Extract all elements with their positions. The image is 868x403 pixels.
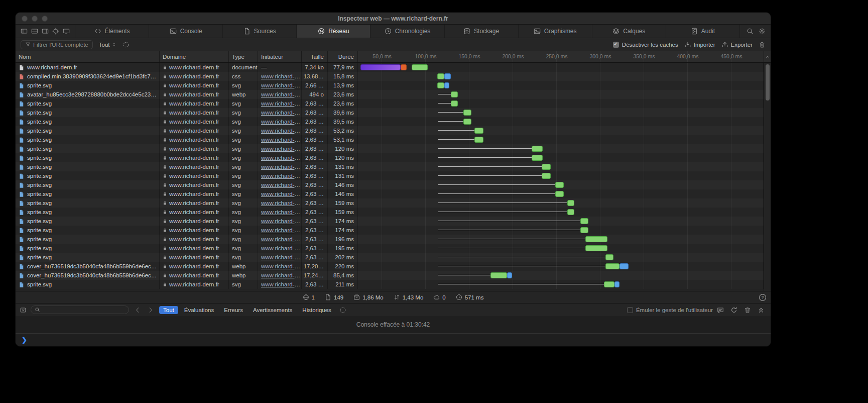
network-request-row[interactable]: compiled.min.38390909f303624ed9e1cf1bd3f…: [16, 72, 764, 81]
console-collapse-icon[interactable]: [758, 307, 765, 314]
network-request-row[interactable]: sprite.svg www.richard-dern.fr svg www.r…: [16, 217, 764, 226]
initiator-link[interactable]: www.richard-d…: [261, 155, 301, 161]
network-request-row[interactable]: sprite.svg www.richard-dern.fr svg www.r…: [16, 189, 764, 198]
network-request-row[interactable]: sprite.svg www.richard-dern.fr svg www.r…: [16, 162, 764, 171]
console-search-input[interactable]: [31, 306, 129, 314]
initiator-link[interactable]: www.richard-d…: [261, 146, 301, 152]
initiator-link[interactable]: www.richard-d…: [261, 236, 301, 242]
network-request-row[interactable]: sprite.svg www.richard-dern.fr svg www.r…: [16, 144, 764, 153]
resource-type-dropdown[interactable]: Tout: [99, 42, 116, 48]
minimize-window-button[interactable]: [32, 16, 38, 22]
network-request-row[interactable]: sprite.svg www.richard-dern.fr svg www.r…: [16, 208, 764, 217]
column-header-domaine[interactable]: Domaine: [160, 51, 229, 62]
console-scope-evaluations[interactable]: Évaluations: [180, 306, 218, 314]
network-request-row[interactable]: sprite.svg www.richard-dern.fr svg www.r…: [16, 235, 764, 244]
tab-stockage[interactable]: Stockage: [444, 25, 518, 38]
tab-audit[interactable]: Audit: [666, 25, 739, 38]
network-request-row[interactable]: sprite.svg www.richard-dern.fr svg www.r…: [16, 108, 764, 117]
network-request-row[interactable]: sprite.svg www.richard-dern.fr svg www.r…: [16, 198, 764, 208]
initiator-link[interactable]: www.richard-d…: [261, 254, 301, 260]
console-messages-icon[interactable]: [717, 307, 724, 314]
emulate-user-gesture-checkbox[interactable]: Émuler le geste de l'utilisateur: [627, 307, 713, 313]
initiator-link[interactable]: www.richard-d…: [261, 281, 301, 287]
initiator-link[interactable]: www.richard-d…: [261, 182, 301, 188]
column-header-initiateur[interactable]: Initiateur: [258, 51, 302, 62]
scrollbar-thumb[interactable]: [766, 64, 770, 100]
gear-icon[interactable]: [759, 28, 766, 35]
initiator-link[interactable]: www.richard-d…: [261, 100, 301, 107]
network-request-row[interactable]: avatar_hu85ecc3e298728880b0bde2dcc4e5c23…: [16, 90, 764, 99]
initiator-link[interactable]: www.richard-d…: [261, 164, 301, 170]
dock-right-icon[interactable]: [41, 27, 50, 36]
tab-reseau[interactable]: Réseau: [296, 25, 370, 38]
network-request-row[interactable]: sprite.svg www.richard-dern.fr svg www.r…: [16, 280, 764, 289]
initiator-link[interactable]: www.richard-d…: [261, 137, 301, 143]
tab-elements[interactable]: Éléments: [75, 25, 149, 38]
network-request-row[interactable]: sprite.svg www.richard-dern.fr svg www.r…: [16, 180, 764, 189]
scroll-to-top-button[interactable]: [764, 51, 771, 62]
initiator-link[interactable]: www.richard-d…: [261, 173, 301, 179]
disable-caches-checkbox[interactable]: Désactiver les caches: [613, 42, 678, 48]
initiator-link[interactable]: www.richard-d…: [261, 91, 301, 97]
initiator-link[interactable]: www.richard-d…: [261, 82, 301, 88]
dock-bottom-icon[interactable]: [30, 27, 39, 36]
close-window-button[interactable]: [22, 16, 28, 22]
initiator-link[interactable]: www.richard-d…: [261, 191, 301, 197]
vertical-scrollbar[interactable]: [764, 63, 771, 291]
network-request-row[interactable]: sprite.svg www.richard-dern.fr svg www.r…: [16, 253, 764, 262]
network-request-row[interactable]: cover_hu736519dc3b5040cfa48b6b559b6de6ec…: [16, 271, 764, 280]
network-request-row[interactable]: sprite.svg www.richard-dern.fr svg www.r…: [16, 81, 764, 90]
network-request-row[interactable]: www.richard-dern.fr www.richard-dern.fr …: [16, 63, 764, 72]
element-picker-icon[interactable]: [51, 27, 60, 36]
url-filter-input[interactable]: Filtrer l'URL complète: [21, 40, 93, 49]
tab-sources[interactable]: Sources: [222, 25, 296, 38]
device-settings-icon[interactable]: [62, 27, 71, 36]
network-request-row[interactable]: sprite.svg www.richard-dern.fr svg www.r…: [16, 135, 764, 144]
initiator-link[interactable]: www.richard-d…: [261, 110, 301, 116]
console-clear-filter-icon[interactable]: [339, 307, 346, 314]
console-back-button[interactable]: [133, 307, 142, 314]
console-reload-icon[interactable]: [730, 307, 737, 314]
zoom-window-button[interactable]: [42, 16, 48, 22]
initiator-link[interactable]: www.richard-d…: [261, 128, 301, 134]
clear-network-trash-icon[interactable]: [759, 41, 766, 48]
tab-calques[interactable]: Calques: [592, 25, 666, 38]
initiator-link[interactable]: www.richard-d…: [261, 73, 301, 79]
network-request-row[interactable]: sprite.svg www.richard-dern.fr svg www.r…: [16, 244, 764, 253]
console-scope-tout[interactable]: Tout: [159, 306, 178, 314]
console-scope-erreurs[interactable]: Erreurs: [220, 306, 247, 314]
column-header-nom[interactable]: Nom: [16, 51, 160, 62]
import-button[interactable]: Importer: [684, 41, 715, 48]
initiator-link[interactable]: www.richard-d…: [261, 200, 301, 206]
tab-graphismes[interactable]: Graphismes: [518, 25, 592, 38]
console-context-picker-icon[interactable]: [20, 307, 27, 314]
initiator-link[interactable]: www.richard-d…: [261, 209, 301, 215]
initiator-link[interactable]: www.richard-d…: [261, 263, 301, 269]
console-prompt[interactable]: ❯: [16, 333, 771, 346]
column-header-type[interactable]: Type: [229, 51, 258, 62]
initiator-link[interactable]: www.richard-d…: [261, 227, 301, 233]
network-request-row[interactable]: sprite.svg www.richard-dern.fr svg www.r…: [16, 117, 764, 126]
tab-chronologies[interactable]: Chronologies: [370, 25, 444, 38]
network-request-row[interactable]: sprite.svg www.richard-dern.fr svg www.r…: [16, 171, 764, 180]
network-request-row[interactable]: sprite.svg www.richard-dern.fr svg www.r…: [16, 99, 764, 108]
network-request-row[interactable]: sprite.svg www.richard-dern.fr svg www.r…: [16, 226, 764, 235]
column-header-taille[interactable]: Taille: [302, 51, 328, 62]
tab-console[interactable]: Console: [149, 25, 222, 38]
column-header-durée[interactable]: Durée: [328, 51, 358, 62]
dock-left-icon[interactable]: [20, 27, 29, 36]
network-request-row[interactable]: cover_hu736519dc3b5040cfa48b6b559b6de6ec…: [16, 262, 764, 271]
console-forward-button[interactable]: [146, 307, 155, 314]
console-scope-avertissements[interactable]: Avertissements: [249, 306, 296, 314]
console-scope-historiques[interactable]: Historiques: [298, 306, 335, 314]
console-trash-icon[interactable]: [744, 307, 751, 314]
initiator-link[interactable]: www.richard-d…: [261, 272, 301, 278]
initiator-link[interactable]: www.richard-d…: [261, 218, 301, 224]
initiator-link[interactable]: www.richard-d…: [261, 119, 301, 125]
search-icon[interactable]: [747, 28, 754, 35]
clear-filter-icon[interactable]: [122, 41, 130, 48]
network-request-row[interactable]: sprite.svg www.richard-dern.fr svg www.r…: [16, 153, 764, 162]
initiator-link[interactable]: www.richard-d…: [261, 245, 301, 251]
export-button[interactable]: Exporter: [721, 41, 753, 48]
network-request-row[interactable]: sprite.svg www.richard-dern.fr svg www.r…: [16, 126, 764, 135]
